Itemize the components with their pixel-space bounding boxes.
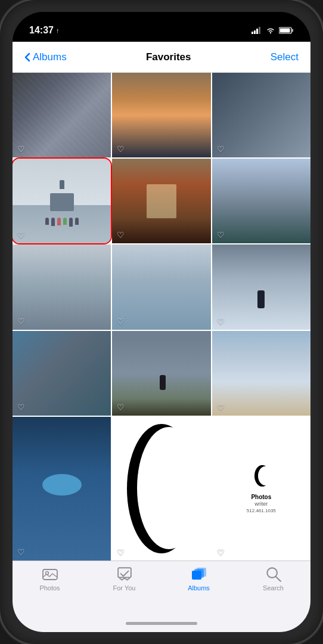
svg-rect-2: [256, 29, 258, 34]
select-button[interactable]: Select: [271, 51, 299, 63]
tab-photos[interactable]: Photos: [13, 566, 87, 592]
photo-cell-14[interactable]: [112, 417, 210, 561]
tab-albums[interactable]: Albums: [162, 566, 236, 592]
signal-icon: [251, 27, 262, 34]
nav-bar: Albums Favorites Select: [13, 42, 310, 73]
time-display: 14:37: [29, 25, 54, 36]
albums-icon: [191, 566, 207, 583]
photo-cell-9[interactable]: [212, 244, 310, 329]
svg-rect-15: [197, 568, 206, 577]
photo-cell-11[interactable]: [112, 331, 210, 416]
photo-cell-6[interactable]: [212, 159, 310, 243]
tab-for-you[interactable]: For You: [87, 566, 162, 592]
location-icon: ↑: [56, 27, 60, 34]
photos-icon: [42, 566, 58, 583]
tab-photos-label: Photos: [39, 584, 60, 592]
tab-albums-label: Albums: [188, 584, 210, 592]
svg-rect-7: [292, 29, 294, 32]
svg-rect-0: [251, 32, 253, 34]
home-bar: [126, 622, 197, 625]
photo-cell-4[interactable]: [13, 159, 111, 243]
status-time: 14:37 ↑: [29, 25, 59, 36]
phone-screen: 14:37 ↑: [13, 12, 310, 632]
photo-cell-1[interactable]: [13, 73, 111, 157]
photo-cell-2[interactable]: [112, 73, 210, 157]
business-card-phone: 512.461.1035: [247, 508, 276, 513]
photo-cell-10[interactable]: [13, 331, 111, 416]
svg-rect-1: [254, 30, 256, 34]
battery-icon: [279, 27, 294, 34]
svg-rect-6: [280, 29, 290, 33]
tab-for-you-label: For You: [113, 584, 136, 592]
back-label: Albums: [33, 51, 67, 63]
photo-cell-15[interactable]: Photos writer 512.461.1035: [212, 417, 310, 561]
svg-rect-10: [43, 569, 57, 580]
photo-cell-3[interactable]: [212, 73, 310, 157]
status-icons: [251, 27, 294, 34]
notch: [120, 12, 203, 29]
page-title: Favorites: [146, 51, 191, 63]
status-bar: 14:37 ↑: [13, 12, 310, 42]
tab-search[interactable]: Search: [236, 566, 310, 592]
photo-cell-5[interactable]: [112, 159, 210, 243]
wifi-icon: [266, 27, 275, 34]
back-button[interactable]: Albums: [24, 51, 67, 63]
svg-rect-3: [259, 27, 260, 34]
phone-device: 14:37 ↑: [0, 0, 323, 644]
photo-cell-8[interactable]: [112, 244, 210, 329]
svg-line-17: [276, 577, 281, 581]
photo-cell-12[interactable]: [212, 331, 310, 416]
photo-grid: Photos writer 512.461.1035: [13, 73, 310, 561]
for-you-icon: [116, 566, 133, 583]
svg-rect-12: [118, 568, 131, 577]
tab-bar: Photos For You: [13, 561, 310, 614]
photo-cell-13[interactable]: [13, 417, 111, 561]
business-card-title: writer: [254, 501, 268, 507]
search-icon: [265, 566, 282, 583]
svg-point-4: [270, 32, 271, 33]
home-indicator: [13, 614, 310, 632]
business-card-name: Photos: [251, 493, 271, 501]
tab-search-label: Search: [263, 584, 284, 592]
photo-cell-7[interactable]: [13, 244, 111, 329]
